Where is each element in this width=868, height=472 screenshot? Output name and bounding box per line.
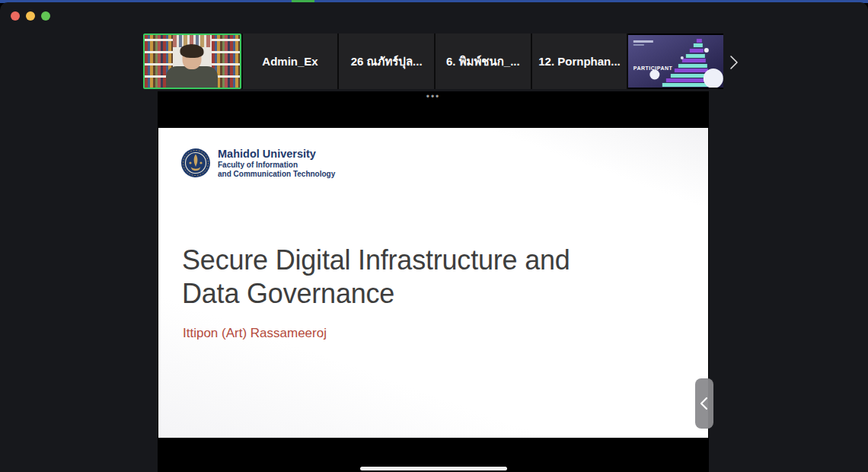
participant-name: 12. Pornphan... (538, 55, 621, 68)
meeting-window: Admin_Ex 26 ณภัทร์ปุล... 6. พิมพ์ชนก_...… (0, 2, 868, 472)
shared-screen-area: ••• Mahidol University Faculty of Inform… (158, 91, 709, 472)
participants-filmstrip: Admin_Ex 26 ณภัทร์ปุล... 6. พิมพ์ชนก_...… (143, 33, 723, 89)
window-controls (11, 11, 50, 21)
fullscreen-button[interactable] (41, 11, 50, 21)
sphere-graphic (704, 69, 723, 88)
slide-header-text-blur (633, 44, 644, 46)
slide-title-line-1: Secure Digital Infrastructure and (182, 244, 570, 277)
presentation-slide: Mahidol University Faculty of Informatio… (158, 128, 708, 438)
drag-handle-icon[interactable]: ••• (426, 91, 441, 102)
sphere-graphic (681, 56, 684, 59)
speaker-body (166, 66, 218, 89)
active-speaker-video[interactable] (143, 33, 241, 89)
participant-slide-graphic: PARTICIPANT (628, 35, 723, 88)
collapse-panel-tab[interactable] (695, 378, 713, 429)
participant-name: 26 ณภัทร์ปุล... (351, 53, 423, 71)
faculty-line-1: Faculty of Information (218, 161, 335, 170)
university-name: Mahidol University (218, 148, 335, 161)
participant-tile-admin[interactable]: Admin_Ex (243, 33, 338, 89)
mahidol-seal-icon (180, 148, 211, 178)
sphere-graphic (650, 70, 660, 80)
slide-header-text-blur (633, 40, 653, 43)
webcam-scene (145, 35, 240, 88)
university-logo-block: Mahidol University Faculty of Informatio… (180, 148, 335, 178)
chevron-right-icon (729, 54, 739, 71)
bottom-indicator-bar (360, 467, 507, 470)
filmstrip-next-button[interactable] (728, 53, 740, 72)
participant-tile-26[interactable]: 26 ณภัทร์ปุล... (339, 33, 434, 89)
speaker-hair (180, 44, 204, 58)
faculty-line-2: and Communication Technology (218, 170, 335, 179)
slide-presenter-name: Ittipon (Art) Rassameeroj (183, 326, 327, 341)
participant-name: Admin_Ex (262, 55, 318, 68)
participant-caption: PARTICIPANT (633, 65, 673, 71)
participant-name: 6. พิมพ์ชนก_... (446, 53, 520, 71)
slide-title-line-2: Data Governance (182, 277, 570, 311)
minimize-button[interactable] (26, 11, 35, 21)
slide-title: Secure Digital Infrastructure and Data G… (182, 244, 570, 311)
participant-video-screen[interactable]: PARTICIPANT (628, 33, 723, 89)
participant-tile-12[interactable]: 12. Pornphan... (532, 33, 627, 89)
chevron-left-icon (695, 391, 713, 416)
close-button[interactable] (11, 11, 20, 21)
sphere-graphic (704, 48, 709, 53)
participant-tile-6[interactable]: 6. พิมพ์ชนก_... (436, 33, 531, 89)
